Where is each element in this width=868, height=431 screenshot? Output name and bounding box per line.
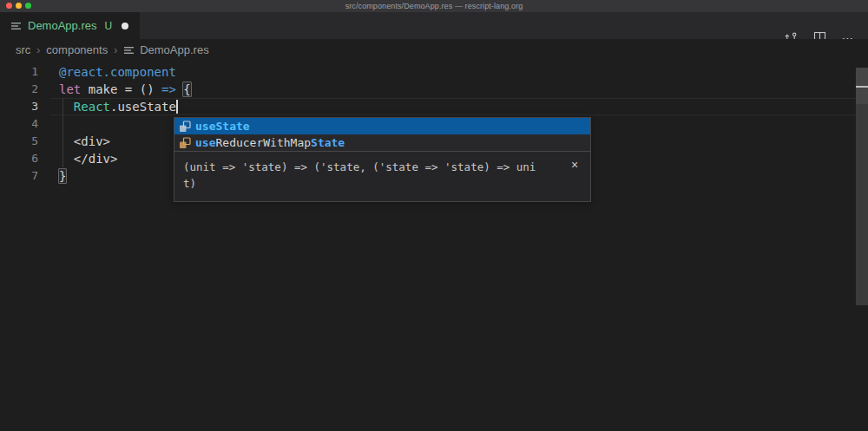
code-line[interactable]: React.useState bbox=[59, 98, 191, 115]
code-token: <div> bbox=[59, 134, 110, 148]
line-number[interactable]: 4 bbox=[0, 115, 38, 133]
close-window-button[interactable] bbox=[6, 3, 12, 9]
matched-bracket: { bbox=[182, 82, 191, 97]
symbol-field-icon bbox=[178, 136, 192, 150]
modified-indicator-dot[interactable] bbox=[122, 23, 128, 29]
breadcrumb-item-components[interactable]: components bbox=[46, 43, 108, 56]
type-signature: (unit => 'state) => ('state, ('state => … bbox=[183, 159, 561, 192]
matched-bracket: } bbox=[58, 168, 67, 184]
text-cursor bbox=[176, 100, 178, 114]
window-title: src/components/DemoApp.res — rescript-la… bbox=[345, 2, 523, 10]
tab-bar: DemoApp.res U bbox=[0, 12, 868, 39]
code-token bbox=[59, 100, 74, 114]
suggestion-item[interactable]: useState bbox=[174, 118, 590, 134]
suggestion-label-part: use bbox=[195, 136, 215, 149]
line-number[interactable]: 3 bbox=[0, 98, 38, 115]
close-icon[interactable]: × bbox=[568, 158, 582, 172]
line-number[interactable]: 6 bbox=[0, 150, 38, 167]
line-number[interactable]: 5 bbox=[0, 133, 38, 150]
suggestion-item[interactable]: useReducerWithMapState bbox=[174, 134, 590, 151]
line-number[interactable]: 1 bbox=[0, 63, 38, 81]
code-content[interactable]: @react.componentlet make = () => { React… bbox=[59, 63, 191, 185]
code-token: @react.component bbox=[59, 65, 176, 79]
code-token: let bbox=[59, 82, 81, 96]
code-token: React bbox=[74, 100, 110, 114]
code-token: </div> bbox=[59, 152, 117, 166]
autocomplete-popup: useStateuseReducerWithMapState (unit => … bbox=[174, 117, 591, 202]
file-icon bbox=[123, 45, 135, 56]
breadcrumb-separator: › bbox=[36, 44, 40, 56]
breadcrumb-file-label: DemoApp.res bbox=[140, 43, 208, 56]
suggestion-doc-panel: (unit => 'state) => ('state, ('state => … bbox=[174, 151, 590, 201]
code-token: .useState bbox=[110, 100, 176, 114]
code-line[interactable]: </div> bbox=[59, 150, 191, 167]
tab-demoapp-res[interactable]: DemoApp.res U bbox=[0, 12, 140, 39]
minimize-window-button[interactable] bbox=[16, 3, 22, 9]
line-number[interactable]: 7 bbox=[0, 167, 38, 185]
suggestion-label-part: ReducerWithMap bbox=[215, 136, 311, 149]
breadcrumb-item-src[interactable]: src bbox=[16, 43, 30, 56]
traffic-lights bbox=[6, 3, 31, 9]
suggestion-list: useStateuseReducerWithMapState bbox=[174, 118, 590, 151]
code-line[interactable] bbox=[59, 115, 191, 133]
zoom-window-button[interactable] bbox=[25, 3, 31, 9]
type-signature-line: (unit => 'state) => ('state, ('state => … bbox=[183, 159, 561, 175]
line-number[interactable]: 2 bbox=[0, 81, 38, 98]
tab-label: DemoApp.res bbox=[28, 19, 96, 32]
git-status-badge: U bbox=[104, 20, 112, 32]
code-line[interactable]: } bbox=[59, 167, 191, 185]
code-line[interactable]: @react.component bbox=[59, 63, 191, 81]
line-number-gutter[interactable]: 1234567 bbox=[0, 63, 38, 185]
symbol-field-icon bbox=[178, 120, 192, 134]
code-editor[interactable]: 1234567 @react.componentlet make = () =>… bbox=[0, 61, 868, 431]
code-line[interactable]: <div> bbox=[59, 133, 191, 150]
type-signature-line: t) bbox=[183, 175, 561, 192]
suggestion-label-part: State bbox=[311, 136, 345, 149]
code-line[interactable]: let make = () => { bbox=[59, 81, 191, 98]
suggestion-label-part: useState bbox=[195, 120, 250, 133]
code-token: => bbox=[161, 82, 176, 96]
overview-ruler-cursor-mark bbox=[856, 86, 868, 88]
vscode-window: src/components/DemoApp.res — rescript-la… bbox=[0, 0, 868, 431]
code-token: make = () bbox=[81, 82, 161, 96]
file-icon bbox=[10, 21, 22, 31]
breadcrumb-item-file[interactable]: DemoApp.res bbox=[123, 43, 208, 56]
titlebar: src/components/DemoApp.res — rescript-la… bbox=[0, 0, 868, 12]
vertical-scrollbar[interactable] bbox=[856, 68, 868, 305]
breadcrumb-separator: › bbox=[114, 44, 117, 56]
breadcrumb: src › components › DemoApp.res bbox=[0, 39, 868, 61]
